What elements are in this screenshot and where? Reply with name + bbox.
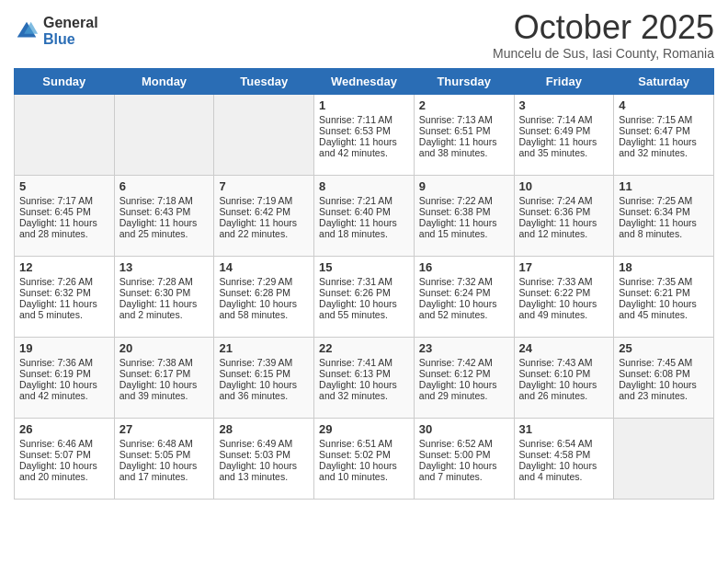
cell-text: Daylight: 10 hours and 49 minutes. <box>519 298 609 320</box>
cell-text: Sunset: 6:32 PM <box>19 287 109 298</box>
cell-text: Sunrise: 7:18 AM <box>119 195 210 206</box>
calendar-cell: 24Sunrise: 7:43 AMSunset: 6:10 PMDayligh… <box>514 337 614 418</box>
cell-text: Sunrise: 6:48 AM <box>119 438 210 449</box>
week-row-5: 26Sunrise: 6:46 AMSunset: 5:07 PMDayligh… <box>15 418 714 499</box>
cell-text: Sunset: 6:40 PM <box>319 206 409 217</box>
cell-text: Sunset: 5:02 PM <box>319 449 409 460</box>
cell-text: Daylight: 10 hours and 20 minutes. <box>19 460 109 482</box>
day-header-thursday: Thursday <box>414 68 514 94</box>
cell-text: Sunset: 6:19 PM <box>19 368 109 379</box>
cell-text: Sunrise: 7:32 AM <box>419 276 509 287</box>
cell-text: Sunset: 6:49 PM <box>519 125 609 136</box>
cell-text: Sunrise: 6:54 AM <box>519 438 609 449</box>
logo: General Blue <box>14 15 98 47</box>
cell-text: Sunrise: 6:51 AM <box>319 438 409 449</box>
cell-text: Daylight: 10 hours and 23 minutes. <box>619 379 709 401</box>
date-number: 6 <box>119 179 210 193</box>
date-number: 7 <box>219 179 309 193</box>
calendar-cell: 10Sunrise: 7:24 AMSunset: 6:36 PMDayligh… <box>514 175 614 256</box>
cell-text: Sunset: 6:42 PM <box>219 206 309 217</box>
week-row-2: 5Sunrise: 7:17 AMSunset: 6:45 PMDaylight… <box>15 175 714 256</box>
cell-text: Sunrise: 7:42 AM <box>419 357 509 368</box>
date-number: 23 <box>419 341 509 355</box>
day-header-friday: Friday <box>514 68 614 94</box>
cell-text: Daylight: 10 hours and 13 minutes. <box>219 460 309 482</box>
calendar-table: SundayMondayTuesdayWednesdayThursdayFrid… <box>14 68 714 500</box>
cell-text: Daylight: 11 hours and 22 minutes. <box>219 217 309 239</box>
calendar-cell: 22Sunrise: 7:41 AMSunset: 6:13 PMDayligh… <box>314 337 415 418</box>
day-header-monday: Monday <box>114 68 214 94</box>
calendar-cell: 8Sunrise: 7:21 AMSunset: 6:40 PMDaylight… <box>314 175 415 256</box>
cell-text: Sunset: 6:28 PM <box>219 287 309 298</box>
cell-text: Sunrise: 7:41 AM <box>319 357 409 368</box>
date-number: 21 <box>219 341 309 355</box>
cell-text: Sunset: 5:05 PM <box>119 449 210 460</box>
calendar-cell: 6Sunrise: 7:18 AMSunset: 6:43 PMDaylight… <box>114 175 214 256</box>
cell-text: Sunrise: 7:11 AM <box>319 114 409 125</box>
date-number: 31 <box>519 422 609 436</box>
cell-text: Sunrise: 6:49 AM <box>219 438 309 449</box>
month-title: October 2025 <box>493 9 714 46</box>
week-row-3: 12Sunrise: 7:26 AMSunset: 6:32 PMDayligh… <box>15 256 714 337</box>
calendar-cell: 11Sunrise: 7:25 AMSunset: 6:34 PMDayligh… <box>614 175 714 256</box>
cell-text: Daylight: 11 hours and 25 minutes. <box>119 217 210 239</box>
cell-text: Sunset: 6:10 PM <box>519 368 609 379</box>
cell-text: Daylight: 10 hours and 45 minutes. <box>619 298 709 320</box>
cell-text: Daylight: 10 hours and 58 minutes. <box>219 298 309 320</box>
cell-text: Sunset: 6:36 PM <box>519 206 609 217</box>
calendar-cell: 28Sunrise: 6:49 AMSunset: 5:03 PMDayligh… <box>214 418 314 499</box>
cell-text: Sunrise: 7:26 AM <box>19 276 109 287</box>
calendar-cell: 13Sunrise: 7:28 AMSunset: 6:30 PMDayligh… <box>114 256 214 337</box>
calendar-cell: 29Sunrise: 6:51 AMSunset: 5:02 PMDayligh… <box>314 418 415 499</box>
cell-text: Daylight: 10 hours and 4 minutes. <box>519 460 609 482</box>
calendar-cell: 3Sunrise: 7:14 AMSunset: 6:49 PMDaylight… <box>514 94 614 175</box>
calendar-cell: 14Sunrise: 7:29 AMSunset: 6:28 PMDayligh… <box>214 256 314 337</box>
date-number: 11 <box>619 179 709 193</box>
logo-blue: Blue <box>43 31 98 48</box>
calendar-cell: 12Sunrise: 7:26 AMSunset: 6:32 PMDayligh… <box>15 256 115 337</box>
cell-text: Sunrise: 7:36 AM <box>19 357 109 368</box>
calendar-cell: 26Sunrise: 6:46 AMSunset: 5:07 PMDayligh… <box>15 418 115 499</box>
date-number: 24 <box>519 341 609 355</box>
date-number: 9 <box>419 179 509 193</box>
calendar-cell: 23Sunrise: 7:42 AMSunset: 6:12 PMDayligh… <box>414 337 514 418</box>
date-number: 13 <box>119 260 210 274</box>
calendar-cell: 30Sunrise: 6:52 AMSunset: 5:00 PMDayligh… <box>414 418 514 499</box>
date-number: 19 <box>19 341 109 355</box>
cell-text: Daylight: 11 hours and 42 minutes. <box>319 136 409 158</box>
date-number: 4 <box>619 98 709 112</box>
cell-text: Sunset: 6:43 PM <box>119 206 210 217</box>
date-number: 8 <box>319 179 409 193</box>
date-number: 26 <box>19 422 109 436</box>
calendar-cell: 4Sunrise: 7:15 AMSunset: 6:47 PMDaylight… <box>614 94 714 175</box>
calendar-cell: 2Sunrise: 7:13 AMSunset: 6:51 PMDaylight… <box>414 94 514 175</box>
cell-text: Daylight: 11 hours and 28 minutes. <box>19 217 109 239</box>
calendar-cell: 25Sunrise: 7:45 AMSunset: 6:08 PMDayligh… <box>614 337 714 418</box>
cell-text: Sunset: 6:34 PM <box>619 206 709 217</box>
calendar-cell: 31Sunrise: 6:54 AMSunset: 4:58 PMDayligh… <box>514 418 614 499</box>
cell-text: Daylight: 10 hours and 55 minutes. <box>319 298 409 320</box>
cell-text: Daylight: 11 hours and 38 minutes. <box>419 136 509 158</box>
cell-text: Sunset: 6:17 PM <box>119 368 210 379</box>
cell-text: Daylight: 10 hours and 26 minutes. <box>519 379 609 401</box>
cell-text: Daylight: 10 hours and 29 minutes. <box>419 379 509 401</box>
date-number: 10 <box>519 179 609 193</box>
location-subtitle: Muncelu de Sus, Iasi County, Romania <box>493 46 714 61</box>
day-header-wednesday: Wednesday <box>314 68 415 94</box>
date-number: 1 <box>319 98 409 112</box>
cell-text: Sunset: 6:22 PM <box>519 287 609 298</box>
cell-text: Daylight: 11 hours and 12 minutes. <box>519 217 609 239</box>
cell-text: Sunrise: 7:14 AM <box>519 114 609 125</box>
cell-text: Sunset: 6:38 PM <box>419 206 509 217</box>
calendar-cell: 20Sunrise: 7:38 AMSunset: 6:17 PMDayligh… <box>114 337 214 418</box>
date-number: 28 <box>219 422 309 436</box>
cell-text: Sunrise: 7:39 AM <box>219 357 309 368</box>
cell-text: Sunrise: 7:43 AM <box>519 357 609 368</box>
cell-text: Sunrise: 7:15 AM <box>619 114 709 125</box>
day-header-sunday: Sunday <box>15 68 115 94</box>
cell-text: Sunset: 6:30 PM <box>119 287 210 298</box>
cell-text: Daylight: 10 hours and 7 minutes. <box>419 460 509 482</box>
cell-text: Daylight: 10 hours and 42 minutes. <box>19 379 109 401</box>
cell-text: Sunrise: 7:21 AM <box>319 195 409 206</box>
cell-text: Daylight: 10 hours and 36 minutes. <box>219 379 309 401</box>
